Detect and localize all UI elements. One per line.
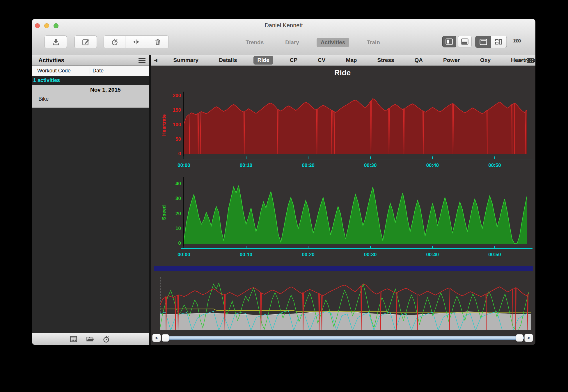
chart-title: Ride [313,68,372,77]
desktop: Daniel Kennett [0,0,568,392]
x-tick-label: 00:50 [484,252,505,258]
split-arrows-icon [132,38,140,46]
y-tick-label: 200 [165,93,181,99]
y-tick-label: 100 [165,122,181,128]
x-axis-speed [181,248,532,249]
y-tick-label: 30 [165,196,181,202]
sidebar-toggle-button[interactable] [442,36,456,47]
activity-workout-code: Bike [38,96,49,102]
sidebar-title: Activities [38,57,64,64]
stopwatch-small-icon [102,335,110,343]
activity-row[interactable]: Nov 1, 2015 Bike [32,85,149,108]
prev-tab-arrow[interactable]: ◀ [154,58,157,63]
view-tab-cp[interactable]: CP [286,56,301,65]
column-date[interactable]: Date [93,68,104,74]
bottom-panel-icon [461,38,468,45]
activity-button-group [104,35,169,48]
next-tab-arrow[interactable]: ▶ [519,58,523,63]
view-tab-qa[interactable]: QA [411,56,427,65]
x-tick-label: 00:50 [484,163,505,168]
navigator-plot[interactable] [160,277,531,330]
x-tick-label: 00:00 [174,252,194,258]
sidebar-empty-area [32,108,149,333]
open-folder-button[interactable] [86,335,94,343]
sidebar-toggle-icon [445,38,453,45]
window-chrome: Daniel Kennett [32,19,535,55]
y-tick-label: 150 [165,107,181,113]
x-tick-label: 00:30 [360,252,381,258]
workout-timer-button[interactable] [102,335,110,343]
tabbed-view-icon [480,39,487,45]
activity-date: Nov 1, 2015 [90,87,121,93]
view-tab-stress[interactable]: Stress [373,56,398,65]
x-tick-label: 00:00 [174,163,194,168]
interval-bar [154,266,533,271]
view-tabs: SummaryDetailsRideCPCVMapStressQAPowerOx… [170,56,535,65]
delete-activity-button[interactable] [147,36,168,48]
tiled-view-icon [495,39,503,45]
sidebar-footer [32,333,149,345]
y-tick-label: 50 [165,136,181,142]
view-tab-map[interactable]: Map [342,56,361,65]
y-tick-label: 40 [165,181,181,187]
app-window: Daniel Kennett [32,19,535,345]
view-tab-details[interactable]: Details [215,56,241,65]
activity-count-label: 1 activities [33,77,60,83]
calendar-icon [70,335,78,343]
x-tick-label: 00:40 [422,163,443,168]
column-divider[interactable] [90,67,90,74]
tiled-view-button[interactable] [491,36,506,48]
scroll-right-button[interactable]: > [524,334,533,342]
x-tick-label: 00:10 [236,163,256,168]
bottom-panel-toggle-button[interactable] [458,36,472,47]
tabbed-view-button[interactable] [475,36,491,48]
calendar-button[interactable] [70,335,78,343]
window-title: Daniel Kennett [32,22,535,29]
folder-icon [86,335,95,343]
view-tab-power[interactable]: Power [439,56,464,65]
nav-tab-activities[interactable]: Activities [317,38,349,47]
view-tabbar: ◀ SummaryDetailsRideCPCVMapStressQAPower… [151,55,535,66]
scroll-left-button[interactable]: < [152,334,161,342]
tabbar-menu-icon[interactable] [527,58,534,63]
y-tick-label: 20 [165,211,181,217]
sidebar-menu-icon[interactable] [139,58,145,63]
split-activity-button[interactable] [125,36,147,48]
view-tab-summary[interactable]: Summary [170,56,203,65]
speed-plot[interactable] [184,177,530,248]
x-tick-label: 00:30 [360,163,381,168]
zoom-slider-right-handle[interactable] [516,334,523,342]
heartrate-plot[interactable] [184,92,530,159]
nav-tab-train[interactable]: Train [363,38,384,47]
view-tab-ride[interactable]: Ride [253,56,273,65]
stopwatch-icon [111,38,119,46]
y-tick-label: 10 [165,226,181,231]
column-workout-code[interactable]: Workout Code [37,68,71,74]
trash-icon [154,38,161,46]
y-tick-label: 0 [165,240,181,246]
toolbar-overflow-chevron[interactable]: »» [513,35,520,45]
view-mode-segmented-control [475,36,507,48]
compose-button[interactable] [74,35,97,48]
download-button[interactable] [45,35,67,48]
data-series [160,311,531,330]
nav-tab-diary[interactable]: Diary [281,38,303,47]
download-icon [52,38,60,46]
main-nav: TrendsDiaryActivitiesTrain [242,37,384,48]
x-tick-label: 00:20 [298,252,318,258]
data-series [184,99,527,154]
nav-tab-trends[interactable]: Trends [242,38,268,47]
x-tick-label: 00:40 [422,252,443,258]
view-tab-oxy[interactable]: Oxy [476,56,494,65]
zoom-slider-left-handle[interactable] [162,334,169,342]
activity-group-row[interactable]: 1 activities [32,76,149,85]
y-tick-label: 0 [165,151,181,157]
sidebar-header: Activities [32,55,149,66]
x-tick-label: 00:20 [298,163,318,168]
stopwatch-button[interactable] [104,36,125,48]
view-tab-cv[interactable]: CV [314,56,329,65]
activity-table-header: Workout Code Date [32,66,149,76]
compose-icon [82,38,90,46]
x-tick-label: 00:10 [236,252,256,258]
zoom-slider-track[interactable] [164,336,524,340]
